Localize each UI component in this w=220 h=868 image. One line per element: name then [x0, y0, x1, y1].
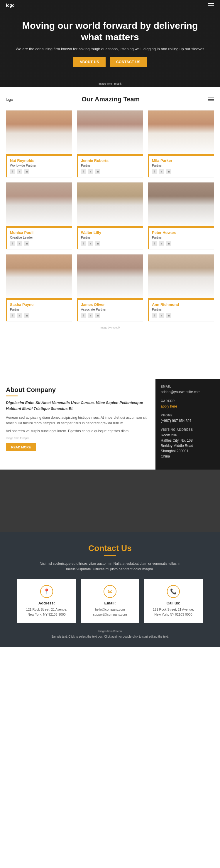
team-image-credit: Image by Freepik — [6, 326, 214, 329]
team-member-role: Partner — [81, 164, 140, 167]
instagram-icon[interactable]: in — [166, 169, 171, 174]
team-member-photo — [6, 111, 72, 156]
about-right-panel: EMAIL adrian@yourwebsite.com CAREER appl… — [155, 379, 220, 470]
facebook-icon[interactable]: f — [10, 241, 15, 246]
about-address-value: Room 236 Raffles City, No. 168 Berkley M… — [161, 433, 215, 459]
twitter-icon[interactable]: t — [88, 169, 93, 174]
twitter-icon[interactable]: t — [159, 169, 164, 174]
hamburger-line — [208, 100, 214, 101]
contact-sample-text: Sample text. Click to select the text bo… — [9, 635, 211, 638]
facebook-icon[interactable]: f — [81, 241, 86, 246]
team-member-photo — [148, 111, 214, 156]
about-career-label: CAREER — [161, 399, 215, 403]
twitter-icon[interactable]: t — [17, 313, 22, 318]
facebook-icon[interactable]: f — [152, 241, 157, 246]
hero-image-credit: Image from Freepik — [99, 82, 121, 85]
hero-subtext: We are the consulting firm known for ask… — [12, 46, 208, 52]
hero-headline: Moving our world forward by delivering w… — [12, 20, 208, 42]
contact-card-title: Call us: — [149, 601, 198, 605]
contact-section: Contact Us Nisi nisl scelerisque eu ultr… — [0, 532, 220, 647]
team-section: logo Our Amazing Team Nat Reynolds World… — [0, 87, 220, 335]
instagram-icon[interactable]: in — [24, 169, 29, 174]
team-card-info: Mila Parker Partner f t in — [148, 156, 214, 177]
about-address: VISITING ADDRESS Room 236 Raffles City, … — [161, 428, 215, 459]
team-title: Our Amazing Team — [13, 95, 208, 103]
about-career-link: apply here — [161, 404, 177, 408]
team-menu-button[interactable] — [208, 98, 214, 101]
instagram-icon[interactable]: in — [95, 169, 100, 174]
team-card-social: f t in — [152, 169, 211, 174]
hamburger-line — [208, 98, 214, 98]
card-yellow-bar — [148, 298, 214, 300]
team-logo: logo — [6, 97, 13, 102]
contact-title: Contact Us — [9, 544, 211, 553]
about-divider — [6, 396, 17, 396]
team-card: Monica Pouli Creative Leader f t in — [6, 182, 72, 249]
team-member-name: Monica Pouli — [10, 230, 69, 235]
team-card: Nat Reynolds Worldwide Partner f t in — [6, 110, 72, 178]
team-card-info: Nat Reynolds Worldwide Partner f t in — [6, 156, 72, 177]
instagram-icon[interactable]: in — [95, 313, 100, 318]
team-member-role: Partner — [81, 236, 140, 239]
team-member-photo — [148, 183, 214, 228]
contact-icon: 📍 — [40, 585, 53, 598]
contact-cards: 📍 Address: 121 Rock Street, 21 Avenue,Ne… — [9, 579, 211, 623]
about-us-button[interactable]: ABOUT US — [73, 57, 106, 67]
contact-us-button[interactable]: CONTACT US — [110, 57, 147, 67]
twitter-icon[interactable]: t — [17, 241, 22, 246]
team-card-social: f t in — [10, 313, 69, 318]
twitter-icon[interactable]: t — [88, 313, 93, 318]
card-yellow-bar — [77, 226, 143, 228]
hero-navigation: logo — [0, 3, 220, 8]
hero-buttons: ABOUT US CONTACT US — [12, 57, 208, 67]
card-yellow-bar — [6, 154, 72, 156]
instagram-icon[interactable]: in — [24, 241, 29, 246]
team-member-name: Sasha Payne — [10, 302, 69, 307]
team-card-info: Walter Lilly Partner f t in — [77, 228, 143, 249]
team-member-name: Mila Parker — [152, 158, 211, 163]
team-card: James Oliver Associate Partner f t in — [77, 254, 143, 321]
about-phone: PHONE (+987) 987 654 321 — [161, 414, 215, 424]
facebook-icon[interactable]: f — [10, 313, 15, 318]
team-card-social: f t in — [152, 241, 211, 246]
about-career-value[interactable]: apply here — [161, 404, 215, 409]
contact-icon: 📞 — [167, 585, 180, 598]
team-header: logo Our Amazing Team — [6, 95, 214, 103]
about-address-label: VISITING ADDRESS — [161, 428, 215, 431]
contact-card: 📞 Call us: 121 Rock Street, 21 Avenue,Ne… — [144, 579, 203, 623]
team-card: Peter Howard Partner f t in — [148, 182, 214, 249]
team-member-photo — [77, 111, 143, 156]
facebook-icon[interactable]: f — [81, 313, 86, 318]
facebook-icon[interactable]: f — [152, 313, 157, 318]
twitter-icon[interactable]: t — [159, 313, 164, 318]
team-card: Walter Lilly Partner f t in — [77, 182, 143, 249]
team-member-role: Creative Leader — [10, 236, 69, 239]
facebook-icon[interactable]: f — [152, 169, 157, 174]
facebook-icon[interactable]: f — [10, 169, 15, 174]
team-card-info: Jennie Roberts Partner f t in — [77, 156, 143, 177]
instagram-icon[interactable]: in — [95, 241, 100, 246]
twitter-icon[interactable]: t — [159, 241, 164, 246]
hero-menu-button[interactable] — [208, 3, 214, 7]
about-italic-text: Dignissim Enim Sit Amet Venenatis Urna C… — [6, 400, 150, 411]
contact-card-text: 121 Rock Street, 21 Avenue,New York, NY … — [149, 607, 198, 617]
contact-card-title: Address: — [22, 601, 71, 605]
facebook-icon[interactable]: f — [81, 169, 86, 174]
about-body-text-2: Vel pharetra vel turpis nunc eget lorem.… — [6, 428, 150, 434]
read-more-button[interactable]: READ MORE — [6, 443, 36, 451]
about-body-text-1: Aenean sed adipiscing diam donec adipisc… — [6, 415, 150, 426]
contact-image-credit: Images from Freepik — [9, 630, 211, 632]
instagram-icon[interactable]: in — [166, 313, 171, 318]
twitter-icon[interactable]: t — [17, 169, 22, 174]
contact-card-text: 121 Rock Street, 21 Avenue,New York, NY … — [22, 607, 71, 617]
team-card: Sasha Payne Partner f t in — [6, 254, 72, 321]
team-member-role: Partner — [152, 236, 211, 239]
team-card: Ann Richmond Partner f t in — [148, 254, 214, 321]
team-member-name: Ann Richmond — [152, 302, 211, 307]
hero-content: Moving our world forward by delivering w… — [0, 20, 220, 66]
instagram-icon[interactable]: in — [166, 241, 171, 246]
hamburger-line — [208, 3, 214, 4]
hero-logo: logo — [6, 3, 15, 8]
instagram-icon[interactable]: in — [24, 313, 29, 318]
twitter-icon[interactable]: t — [88, 241, 93, 246]
